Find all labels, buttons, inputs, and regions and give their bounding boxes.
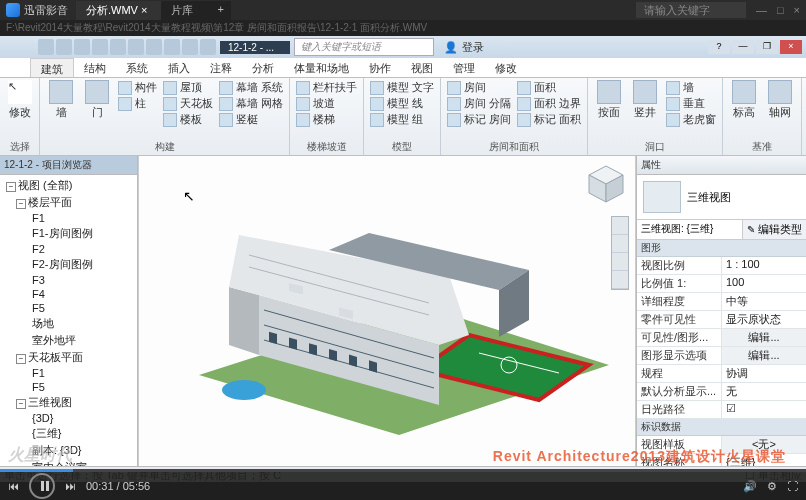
ribbon-tab-view[interactable]: 视图 (401, 58, 443, 77)
tree-leaf[interactable]: {3D} (4, 411, 137, 425)
tree-ceiling-plans[interactable]: 天花板平面 (14, 349, 137, 366)
shaft-button[interactable]: 竖井 (628, 80, 662, 120)
tree-leaf[interactable]: 室外地坪 (4, 332, 137, 349)
door-button[interactable]: 门 (80, 80, 114, 120)
property-row[interactable]: 规程协调 (637, 365, 806, 383)
area-tag-button[interactable]: 标记 面积 (515, 112, 583, 127)
mullion-button[interactable]: 竖梃 (217, 112, 285, 127)
roof-button[interactable]: 屋顶 (161, 80, 215, 95)
qat-redo-icon[interactable] (92, 39, 108, 55)
tree-3d-views[interactable]: 三维视图 (14, 394, 137, 411)
component-button[interactable]: 构件 (116, 80, 159, 95)
view-cube[interactable] (583, 162, 629, 208)
player-min-icon[interactable]: — (756, 4, 767, 16)
qat-align-icon[interactable] (146, 39, 162, 55)
property-row[interactable]: 详细程度中等 (637, 293, 806, 311)
video-volume-icon[interactable]: 🔊 (743, 480, 757, 493)
ribbon-tab-architecture[interactable]: 建筑 (30, 58, 74, 77)
tree-leaf[interactable]: F5 (4, 301, 137, 315)
video-progress-bar[interactable] (0, 469, 806, 472)
login-button[interactable]: 👤 登录 (444, 40, 484, 55)
dormer-button[interactable]: 老虎窗 (664, 112, 718, 127)
property-value[interactable]: 中等 (721, 293, 806, 310)
railing-button[interactable]: 栏杆扶手 (294, 80, 359, 95)
tree-leaf[interactable]: F5 (4, 380, 137, 394)
property-row[interactable]: 零件可见性显示原状态 (637, 311, 806, 329)
player-max-icon[interactable]: □ (777, 4, 784, 16)
column-button[interactable]: 柱 (116, 96, 159, 111)
floor-button[interactable]: 楼板 (161, 112, 215, 127)
model-text-button[interactable]: 模型 文字 (368, 80, 436, 95)
modify-button[interactable]: ↖修改 (4, 80, 35, 120)
level-button[interactable]: 标高 (727, 80, 761, 120)
grid-button[interactable]: 轴网 (763, 80, 797, 120)
video-fullscreen-icon[interactable]: ⛶ (787, 480, 798, 492)
video-prev-icon[interactable]: ⏮ (8, 480, 19, 492)
ribbon-tab-insert[interactable]: 插入 (158, 58, 200, 77)
video-next-icon[interactable]: ⏭ (65, 480, 76, 492)
tree-leaf[interactable]: F2-房间图例 (4, 256, 137, 273)
room-tag-button[interactable]: 标记 房间 (445, 112, 513, 127)
property-value[interactable]: 显示原状态 (721, 311, 806, 328)
help-icon[interactable]: ? (708, 40, 730, 54)
ribbon-tab-massing[interactable]: 体量和场地 (284, 58, 359, 77)
player-search-input[interactable]: 请输入关键字 (636, 2, 746, 18)
tab-close-icon[interactable]: × (141, 4, 147, 16)
tree-views-root[interactable]: 视图 (全部) (4, 177, 137, 194)
property-row[interactable]: 日光路径 (637, 401, 806, 419)
ribbon-tab-collaborate[interactable]: 协作 (359, 58, 401, 77)
window-restore-icon[interactable]: ❐ (756, 40, 778, 54)
room-sep-button[interactable]: 房间 分隔 (445, 96, 513, 111)
property-value[interactable]: 无 (721, 383, 806, 400)
qat-sync-icon[interactable] (200, 39, 216, 55)
property-row[interactable]: 可见性/图形...编辑... (637, 329, 806, 347)
property-value[interactable]: 100 (721, 275, 806, 292)
property-row[interactable]: 图形显示选项编辑... (637, 347, 806, 365)
model-group-button[interactable]: 模型 组 (368, 112, 436, 127)
area-boundary-button[interactable]: 面积 边界 (515, 96, 583, 111)
ribbon-tab-systems[interactable]: 系统 (116, 58, 158, 77)
opening-byface-button[interactable]: 按面 (592, 80, 626, 120)
edit-type-button[interactable]: ✎ 编辑类型 (743, 220, 806, 239)
ramp-button[interactable]: 坡道 (294, 96, 359, 111)
nav-orbit-icon[interactable] (612, 271, 628, 289)
tree-leaf[interactable]: {三维} (4, 425, 137, 442)
opening-vertical-button[interactable]: 垂直 (664, 96, 718, 111)
player-tab-video[interactable]: 分析.WMV × (76, 1, 161, 20)
qat-print-icon[interactable] (110, 39, 126, 55)
ribbon-tab-analyze[interactable]: 分析 (242, 58, 284, 77)
property-value[interactable]: 协调 (721, 365, 806, 382)
tree-leaf[interactable]: F4 (4, 287, 137, 301)
qat-section-icon[interactable] (164, 39, 180, 55)
drawing-canvas[interactable]: ↖ (138, 156, 636, 466)
model-line-button[interactable]: 模型 线 (368, 96, 436, 111)
video-settings-icon[interactable]: ⚙ (767, 480, 777, 493)
property-value[interactable] (721, 401, 806, 418)
navigation-bar[interactable] (611, 216, 629, 290)
qat-measure-icon[interactable] (128, 39, 144, 55)
property-row[interactable]: 比例值 1:100 (637, 275, 806, 293)
ribbon-tab-annotate[interactable]: 注释 (200, 58, 242, 77)
ceiling-button[interactable]: 天花板 (161, 96, 215, 111)
nav-pan-icon[interactable] (612, 235, 628, 253)
window-close-icon[interactable]: × (780, 40, 802, 54)
video-pause-button[interactable] (29, 473, 55, 499)
video-control-bar[interactable]: ⏮ ⏭ 00:31 / 05:56 🔊 ⚙ ⛶ (0, 472, 806, 500)
curtain-system-button[interactable]: 幕墙 系统 (217, 80, 285, 95)
type-selector[interactable]: 三维视图: {三维} (637, 220, 743, 239)
tree-leaf[interactable]: F2 (4, 242, 137, 256)
room-button[interactable]: 房间 (445, 80, 513, 95)
tree-leaf[interactable]: F1 (4, 211, 137, 225)
property-value[interactable]: 编辑... (721, 347, 806, 364)
qat-open-icon[interactable] (38, 39, 54, 55)
project-browser-tree[interactable]: 视图 (全部) 楼层平面 F1 F1-房间图例 F2 F2-房间图例 F3 F4… (0, 175, 137, 466)
qat-3d-icon[interactable] (182, 39, 198, 55)
ribbon-tab-manage[interactable]: 管理 (443, 58, 485, 77)
document-switcher[interactable]: 12-1-2 - ... (220, 41, 290, 54)
nav-wheel-icon[interactable] (612, 217, 628, 235)
ribbon-tab-structure[interactable]: 结构 (74, 58, 116, 77)
tree-leaf[interactable]: F3 (4, 273, 137, 287)
tree-floor-plans[interactable]: 楼层平面 (14, 194, 137, 211)
curtain-grid-button[interactable]: 幕墙 网格 (217, 96, 285, 111)
qat-save-icon[interactable] (56, 39, 72, 55)
